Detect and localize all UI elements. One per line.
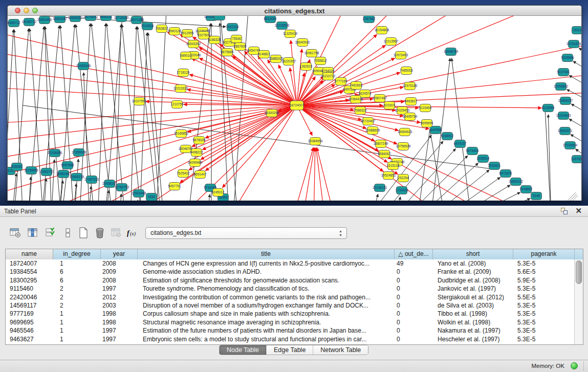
delete-table-icon[interactable] <box>93 226 106 239</box>
new-table-icon[interactable] <box>77 226 90 239</box>
table-row[interactable]: 1456911722003Disruption of a novel membe… <box>6 301 575 310</box>
graph-node[interactable]: 15720407 <box>361 118 376 125</box>
tab-edge-table[interactable]: Edge Table <box>267 345 313 355</box>
graph-node[interactable]: 18853287 <box>53 16 68 23</box>
graph-node[interactable]: 10653287 <box>68 16 83 22</box>
graph-node[interactable]: 252254 <box>398 174 409 182</box>
graph-node[interactable]: 11325419 <box>283 30 297 38</box>
graph-node[interactable]: 19756928 <box>396 143 411 150</box>
graph-node[interactable]: 17359928 <box>72 149 86 157</box>
graph-node[interactable]: 5878335 <box>193 137 206 144</box>
table-row[interactable]: 911546021997Tourette syndrome. Phenomeno… <box>6 285 575 293</box>
graph-node[interactable]: 16451947 <box>56 170 71 178</box>
graph-node[interactable]: 16543392 <box>186 40 201 48</box>
graph-node[interactable]: 7462663 <box>350 82 363 90</box>
graph-node[interactable]: 18640910 <box>295 39 310 47</box>
column-header-name[interactable]: name <box>6 249 53 259</box>
graph-node[interactable]: 8471676 <box>499 170 512 178</box>
graph-node[interactable]: 9290 <box>146 193 157 201</box>
table-row[interactable]: 969969511998Structural magnetic resonanc… <box>6 318 575 326</box>
graph-node[interactable]: 7485063 <box>400 67 413 75</box>
graph-node[interactable]: 9474444 <box>466 147 479 155</box>
graph-node[interactable]: 18220357 <box>281 58 296 65</box>
graph-node[interactable]: 9245 <box>531 192 542 200</box>
graph-node[interactable]: 8912955 <box>181 30 194 37</box>
graph-node[interactable]: 1640954 <box>429 126 442 134</box>
graph-node[interactable]: 12444157 <box>558 97 573 105</box>
graph-node[interactable]: 12093832 <box>554 83 569 91</box>
graph-node[interactable]: 17016504 <box>563 142 578 149</box>
graph-node[interactable]: 19958167 <box>102 180 117 188</box>
close-panel-icon[interactable]: ✕ <box>575 206 582 215</box>
graph-node[interactable]: 9245652 <box>520 186 533 193</box>
table-row[interactable]: 1938455462009Genome-wide association stu… <box>6 268 575 276</box>
graph-node[interactable]: 9115460 <box>419 104 432 112</box>
graph-node[interactable]: 9338912 <box>441 133 454 140</box>
graph-node[interactable]: 12942757 <box>39 168 54 176</box>
graph-node[interactable]: 20053346 <box>76 62 91 70</box>
graph-node[interactable]: 989016 <box>180 52 191 60</box>
graph-node[interactable]: 16154808 <box>375 27 389 34</box>
graph-node[interactable]: 15276002 <box>83 16 98 21</box>
graph-node[interactable]: 9463627 <box>405 98 418 105</box>
graph-node[interactable]: 14055712 <box>22 18 37 26</box>
graph-node[interactable]: 8584067 <box>378 150 391 158</box>
table-selector[interactable]: citations_edges.txt ▲▼ <box>145 227 347 239</box>
graph-node[interactable]: 835081 <box>11 163 23 171</box>
column-header-in_degree[interactable]: in_degree <box>53 249 101 259</box>
table-row[interactable]: 1872400712008Changes of HCN gene express… <box>6 259 575 268</box>
tab-node-table[interactable]: Node Table <box>220 345 267 355</box>
graph-node[interactable]: 1733426 <box>396 187 408 194</box>
graph-node[interactable]: 12213967 <box>384 38 399 46</box>
graph-node[interactable]: 16218506 <box>275 22 290 30</box>
table-row[interactable]: 946554611997Estimation of the future num… <box>6 326 575 335</box>
graph-node[interactable]: 9560128 <box>168 28 181 35</box>
graph-node[interactable]: 18724007 <box>290 101 304 110</box>
graph-node[interactable]: 15885205 <box>269 55 284 63</box>
graph-node[interactable]: 16210722 <box>321 73 336 80</box>
import-table-icon[interactable] <box>110 226 123 239</box>
graph-node[interactable]: 2935514 <box>477 155 490 163</box>
graph-node[interactable]: 16210643 <box>556 112 571 120</box>
vertical-scrollbar[interactable] <box>574 259 583 345</box>
graph-node[interactable]: 14671385 <box>129 16 144 24</box>
show-columns-icon[interactable] <box>26 226 39 239</box>
graph-node[interactable]: 12923448 <box>132 190 146 198</box>
graph-node[interactable]: 1362615 <box>300 63 313 71</box>
graph-node[interactable]: 12213313 <box>173 85 188 93</box>
graph-node[interactable]: 9777169 <box>335 78 347 85</box>
graph-node[interactable]: 9097588 <box>61 162 74 169</box>
graph-node[interactable]: 2867608 <box>234 43 247 51</box>
graph-node[interactable]: 8115958 <box>542 104 555 112</box>
graph-node[interactable]: 20364436 <box>349 96 363 103</box>
memory-ok-indicator[interactable] <box>571 362 578 369</box>
graph-node[interactable]: 16782753 <box>115 184 129 191</box>
graph-node[interactable]: 10719185 <box>114 16 129 22</box>
graph-node[interactable]: 16648784 <box>444 48 459 56</box>
float-window-icon[interactable] <box>560 208 568 215</box>
graph-node[interactable]: 8186328 <box>208 36 221 44</box>
graph-node[interactable]: 9146821 <box>258 51 271 58</box>
window-titlebar[interactable]: citations_edges.txt <box>8 6 581 16</box>
column-header-title[interactable]: title <box>138 249 395 259</box>
graph-node[interactable]: 12975185 <box>403 82 418 90</box>
table-row[interactable]: 1830029562008Estimation of significance … <box>6 276 575 285</box>
graph-node[interactable]: 6455712 <box>8 19 20 27</box>
graph-node[interactable]: 12505135 <box>70 173 84 181</box>
graph-node[interactable]: 10654112 <box>509 178 523 186</box>
graph-node[interactable]: 20691406 <box>37 16 52 24</box>
graph-node[interactable]: 16961758 <box>304 50 319 57</box>
graph-node[interactable]: 19384554 <box>308 138 323 145</box>
graph-node[interactable]: 621603 <box>384 102 395 110</box>
tab-network-table[interactable]: Network Table <box>313 345 368 355</box>
graph-node[interactable]: 75546 <box>231 35 242 43</box>
graph-node[interactable]: 8813054 <box>264 16 277 23</box>
merge-columns-icon[interactable] <box>61 226 75 239</box>
graph-node[interactable]: 18807249 <box>374 140 388 148</box>
column-header-year[interactable]: year <box>101 249 138 259</box>
graph-node[interactable]: 20206556 <box>48 149 62 157</box>
graph-node[interactable]: 1167533 <box>571 156 581 163</box>
graph-node[interactable]: 7955812 <box>314 57 327 65</box>
graph-node[interactable]: 18300295 <box>265 110 279 117</box>
graph-node[interactable]: 9875685 <box>221 49 234 56</box>
